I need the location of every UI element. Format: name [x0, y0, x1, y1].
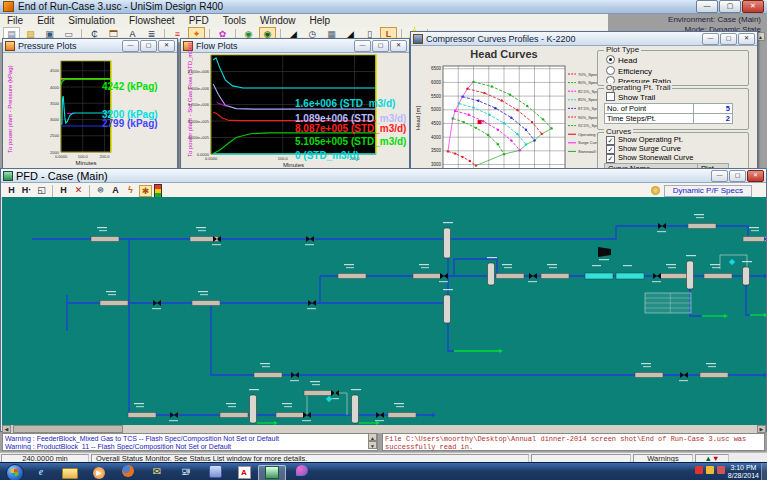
pfd-pipe[interactable] — [192, 301, 220, 306]
break-connection-icon[interactable]: ✕ — [72, 185, 85, 197]
taskbar-clock[interactable]: 3:10 PM 8/28/2014 — [728, 464, 759, 480]
scroll-left-icon[interactable]: ◀ — [2, 425, 11, 433]
flow-plots-window[interactable]: Flow Plots — ▢ ✕ To power plant - Std Ga… — [180, 38, 410, 171]
windows-taskbar[interactable]: e ▶ ✉ 🖳 A 3:10 PM 8/28/2014 — [0, 462, 767, 480]
menu-item-help[interactable]: Help — [303, 15, 338, 26]
radio-efficiency[interactable]: Efficiency — [606, 66, 671, 77]
show-trail-checkbox[interactable]: Show Trail — [606, 92, 655, 102]
pfd-titlebar[interactable]: PFD - Case (Main) — ▢ ✕ — [1, 169, 766, 183]
tray-alert-icon[interactable] — [695, 466, 703, 474]
maximize-button[interactable]: ▢ — [719, 0, 741, 13]
unisim-taskbar-icon[interactable] — [258, 465, 286, 480]
menu-item-file[interactable]: File — [0, 15, 30, 26]
pfd-pipe[interactable] — [704, 274, 732, 279]
pfd-pipe[interactable] — [700, 373, 728, 378]
pfd-vessel[interactable] — [352, 395, 359, 423]
file-explorer-icon[interactable] — [59, 465, 81, 479]
pfd-pipe[interactable] — [660, 274, 688, 279]
field-time-steps-pt-[interactable]: Time Steps/Pt.2 — [604, 113, 733, 124]
pressure-plots-window[interactable]: Pressure Plots — ▢ ✕ To power plant - Pr… — [2, 38, 178, 171]
pfd-pipe[interactable] — [276, 413, 304, 418]
minimize-button[interactable]: — — [711, 170, 728, 182]
pfd-pipe[interactable] — [413, 274, 441, 279]
menu-item-tools[interactable]: Tools — [216, 15, 253, 26]
pfd-pipe[interactable] — [743, 237, 766, 242]
menu-item-simulation[interactable]: Simulation — [61, 15, 122, 26]
warning-list-scrollbar[interactable]: ▲ ▼ — [368, 433, 377, 451]
close-button[interactable]: ✕ — [742, 0, 764, 13]
firefox-icon[interactable] — [117, 465, 139, 479]
zoom-icon[interactable]: ⌾ — [94, 185, 107, 197]
pfd-pipe[interactable] — [635, 373, 663, 378]
attach-mode-icon[interactable]: H — [5, 185, 18, 197]
pressure-plots-titlebar[interactable]: Pressure Plots — ▢ ✕ — [3, 39, 177, 53]
warning-line[interactable]: Warning : FeederBlock_Mixed Gas to TCS -… — [5, 435, 367, 443]
size-mode-icon[interactable]: ◱ — [35, 185, 48, 197]
quick-route-icon[interactable]: ϟ — [124, 185, 137, 197]
pfd-vessel[interactable] — [743, 267, 750, 285]
attach-break-icon[interactable]: H· — [20, 185, 33, 197]
scroll-up-icon[interactable]: ▲ — [368, 433, 377, 441]
pfd-vessel[interactable] — [444, 228, 451, 258]
pfd-pipe[interactable] — [220, 413, 248, 418]
pfd-pipe[interactable] — [128, 413, 156, 418]
menu-item-window[interactable]: Window — [253, 15, 303, 26]
checkbox-show-stonewall-curve[interactable]: ✓Show Stonewall Curve — [606, 154, 693, 163]
pfd-exchanger[interactable] — [616, 273, 644, 279]
maximize-button[interactable]: ▢ — [140, 40, 157, 52]
close-button[interactable]: ✕ — [747, 170, 764, 182]
internet-explorer-icon[interactable]: e — [30, 465, 52, 479]
minimize-button[interactable]: — — [702, 33, 719, 45]
pfd-pipe[interactable] — [388, 413, 416, 418]
pfd-pipe[interactable] — [496, 274, 524, 279]
minimize-button[interactable]: — — [354, 40, 371, 52]
pfd-canvas[interactable] — [2, 197, 766, 425]
maximize-button[interactable]: ▢ — [372, 40, 389, 52]
pfd-pipe[interactable] — [338, 274, 366, 279]
tray-audio-icon[interactable] — [717, 466, 725, 474]
warning-line[interactable]: Warning : ProductBlock_11 -- Flash Spec/… — [5, 443, 367, 451]
compressor-curves-titlebar[interactable]: Compressor Curves Profiles - K-2200 — ▢ … — [411, 32, 757, 46]
scrollbar-thumb[interactable] — [13, 425, 123, 433]
pfd-pipe[interactable] — [100, 301, 128, 306]
close-button[interactable]: ✕ — [390, 40, 407, 52]
adobe-reader-icon[interactable]: A — [233, 465, 255, 479]
snipping-tool-icon[interactable] — [204, 465, 226, 479]
pfd-pipe[interactable] — [541, 274, 569, 279]
close-button[interactable]: ✕ — [158, 40, 175, 52]
pfd-pipe[interactable] — [91, 237, 119, 242]
dynamic-spec-field[interactable]: Dynamic P/F Specs — [664, 185, 752, 197]
maximize-button[interactable]: ▢ — [720, 33, 737, 45]
status-warning-list[interactable]: Warning : FeederBlock_Mixed Gas to TCS -… — [2, 433, 378, 451]
minimize-button[interactable]: — — [122, 40, 139, 52]
maximize-button[interactable]: ▢ — [729, 170, 746, 182]
pfd-window[interactable]: PFD - Case (Main) — ▢ ✕ H H· ◱ H ✕ ⌾ A ϟ… — [0, 168, 767, 432]
pfd-pipe[interactable] — [254, 373, 282, 378]
swap-icon[interactable]: H — [57, 185, 70, 197]
radio-head[interactable]: Head — [606, 55, 671, 66]
close-button[interactable]: ✕ — [738, 33, 755, 45]
device-manager-icon[interactable]: 🖳 — [175, 465, 197, 479]
paint-icon[interactable] — [291, 465, 313, 479]
app-titlebar[interactable]: End of Run-Case 3.usc - UniSim Design R4… — [0, 0, 767, 14]
pfd-exchanger[interactable] — [585, 273, 613, 279]
field-value[interactable]: 2 — [693, 113, 733, 124]
start-button[interactable] — [6, 464, 24, 480]
outlook-icon[interactable]: ✉ — [146, 465, 168, 479]
menu-bar[interactable]: FileEditSimulationFlowsheetPFDToolsWindo… — [0, 14, 608, 28]
compressor-curves-window[interactable]: Compressor Curves Profiles - K-2200 — ▢ … — [410, 31, 758, 171]
scroll-right-icon[interactable]: ▶ — [757, 425, 766, 433]
flow-plots-titlebar[interactable]: Flow Plots — ▢ ✕ — [181, 39, 409, 53]
media-player-icon[interactable]: ▶ — [88, 465, 110, 479]
pfd-horizontal-scrollbar[interactable]: ◀ ▶ — [2, 425, 766, 433]
minimize-button[interactable]: — — [696, 0, 718, 13]
scroll-down-icon[interactable]: ▼ — [368, 441, 377, 449]
pfd-pipe[interactable] — [304, 391, 332, 396]
pfd-vessel[interactable] — [444, 295, 451, 323]
menu-item-pfd[interactable]: PFD — [182, 15, 216, 26]
add-text-icon[interactable]: A — [109, 185, 122, 197]
pfd-vessel[interactable] — [250, 395, 257, 423]
pfd-pipe[interactable] — [688, 224, 716, 229]
menu-item-flowsheet[interactable]: Flowsheet — [122, 15, 182, 26]
move-wheel-icon[interactable]: ✱ — [139, 185, 152, 197]
